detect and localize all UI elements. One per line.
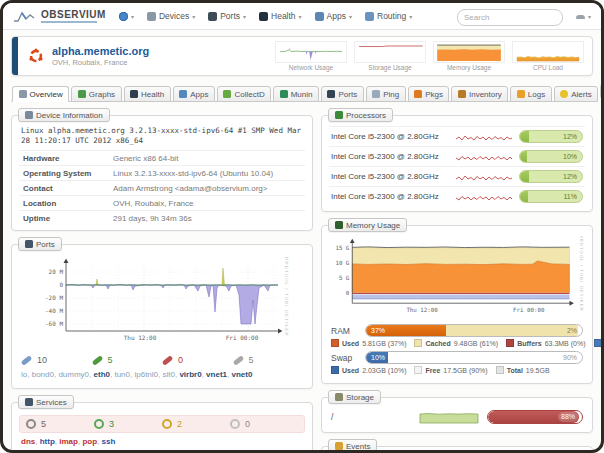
- storage-panel-icon: [335, 393, 343, 401]
- port-link[interactable]: ip6tnl0: [134, 370, 162, 379]
- tab-inventory[interactable]: Inventory: [451, 86, 508, 102]
- chevron-down-icon: ▾: [243, 13, 246, 20]
- tab-alerts[interactable]: Alerts: [554, 86, 598, 102]
- panel-title-memory[interactable]: Memory Usage: [328, 218, 407, 232]
- panel-title-services[interactable]: Services: [18, 395, 74, 409]
- menu-routing[interactable]: Routing ▾: [365, 11, 412, 21]
- menu-globe[interactable]: ▾: [119, 12, 134, 21]
- storage-usage-minigraph: [354, 41, 426, 63]
- tab-pkgs[interactable]: Pkgs: [408, 86, 450, 102]
- cpu-sparkline-graph[interactable]: [455, 171, 513, 182]
- svg-text:0: 0: [346, 290, 350, 296]
- service-count-total[interactable]: 5: [26, 419, 94, 429]
- port-link[interactable]: lo: [21, 370, 32, 379]
- minigraph-memory[interactable]: Memory Usage: [433, 41, 505, 71]
- user-menu[interactable]: ▾: [576, 13, 591, 20]
- minigraph-storage[interactable]: Storage Usage: [354, 41, 426, 71]
- cpu-usage-bar: 12%: [519, 170, 583, 183]
- menu-health[interactable]: Health ▾: [259, 11, 302, 21]
- port-count-total[interactable]: 10: [21, 355, 92, 365]
- service-count-up[interactable]: 3: [94, 419, 162, 429]
- device-information-panel: Device Information Linux alpha.memetic.o…: [11, 115, 313, 231]
- cpu-sparkline-graph[interactable]: [455, 191, 513, 202]
- tab-ports[interactable]: Ports: [321, 86, 364, 102]
- storage-sparkline-graph[interactable]: [419, 410, 479, 424]
- ports-panel: Ports: [11, 244, 313, 389]
- service-link[interactable]: dns: [21, 437, 40, 446]
- minigraph-cpu[interactable]: CPU Load: [512, 41, 584, 71]
- svg-text:15 G: 15 G: [335, 245, 349, 251]
- memory-usage-graph[interactable]: 15 G 10 G 5 G 0 Thu 12:00 Fri 00:00 RRDT…: [329, 236, 585, 320]
- panel-title-processors[interactable]: Processors: [328, 108, 393, 122]
- cpu-sparkline-graph[interactable]: [455, 151, 513, 162]
- ports-traffic-graph[interactable]: 20 M 0 -20 M -40 M -60 M Thu 12:00 Fri 0…: [19, 255, 305, 351]
- tab-munin[interactable]: Munin: [273, 86, 319, 102]
- tab-health[interactable]: Health: [124, 86, 171, 102]
- processor-row: Intel Core i5-2300 @ 2.80GHz 12%: [329, 166, 585, 186]
- mountpoint-link[interactable]: /: [331, 412, 411, 422]
- port-link[interactable]: vnet1: [206, 370, 231, 379]
- service-link[interactable]: pop: [82, 437, 101, 446]
- inventory-icon: [458, 90, 466, 98]
- service-counts-row: 5 3 2 0: [19, 415, 305, 433]
- cpu-usage-bar: 10%: [519, 150, 583, 163]
- port-count-disabled[interactable]: 5: [233, 355, 304, 365]
- service-link[interactable]: ssh: [102, 437, 116, 446]
- port-link[interactable]: bond0: [32, 370, 59, 379]
- menu-apps[interactable]: Apps ▾: [315, 11, 352, 21]
- health-tab-icon: [130, 90, 138, 98]
- brand-name: OBSERVIUM: [41, 10, 106, 20]
- menu-routing-label: Routing: [377, 11, 406, 21]
- chevron-down-icon: ▾: [299, 13, 302, 20]
- port-link[interactable]: virbr0: [179, 370, 206, 379]
- svg-text:-20 M: -20 M: [45, 294, 63, 301]
- table-row: Operating System Linux 3.2.13-xxxx-std-i…: [19, 166, 305, 181]
- device-hostname-link[interactable]: alpha.memetic.org: [52, 45, 149, 58]
- processors-panel: Processors Intel Core i5-2300 @ 2.80GHz …: [321, 115, 593, 212]
- chevron-down-icon: ▾: [192, 13, 195, 20]
- chevron-down-icon: ▾: [131, 13, 134, 20]
- tab-collectd[interactable]: CollectD: [217, 86, 271, 102]
- panel-title-ports[interactable]: Ports: [18, 237, 62, 251]
- swap-total-swatch-icon: [496, 366, 504, 374]
- service-link[interactable]: imap: [59, 437, 82, 446]
- health-icon: [259, 12, 268, 21]
- panel-title-storage[interactable]: Storage: [328, 390, 381, 404]
- panel-title-device-information[interactable]: Device Information: [18, 108, 110, 122]
- cpu-usage-bar: 11%: [519, 190, 583, 203]
- menu-devices-label: Devices: [159, 11, 189, 21]
- port-link[interactable]: eth0: [94, 370, 115, 379]
- memory-panel-icon: [335, 221, 343, 229]
- processors-panel-icon: [335, 111, 343, 119]
- buffers-swatch-icon: [506, 339, 514, 347]
- minigraph-network[interactable]: Network Usage: [275, 41, 347, 71]
- overview-icon: [19, 90, 27, 98]
- table-row: Location OVH, Roubaix, France: [19, 196, 305, 211]
- port-link[interactable]: vnet0: [231, 370, 252, 379]
- observium-logo[interactable]: OBSERVIUM: [13, 10, 106, 23]
- port-link[interactable]: tun0: [114, 370, 134, 379]
- svg-text:-40 M: -40 M: [45, 307, 63, 314]
- tab-apps[interactable]: Apps: [173, 86, 215, 102]
- refresh-button[interactable]: [600, 84, 604, 99]
- service-count-disabled[interactable]: 0: [230, 419, 298, 429]
- routing-icon: [365, 12, 374, 21]
- search-input[interactable]: [457, 9, 563, 26]
- port-count-down[interactable]: 0: [162, 355, 233, 365]
- port-plug-icon: [162, 355, 174, 366]
- panel-title-events[interactable]: Events: [328, 439, 377, 453]
- port-count-up[interactable]: 5: [92, 355, 163, 365]
- tab-overview[interactable]: Overview: [12, 86, 69, 102]
- service-link[interactable]: http: [40, 437, 60, 446]
- service-count-warning[interactable]: 2: [162, 419, 230, 429]
- tab-graphs[interactable]: Graphs: [71, 86, 121, 102]
- globe-icon: [119, 12, 128, 21]
- cpu-sparkline-graph[interactable]: [455, 131, 513, 142]
- port-link[interactable]: sit0: [163, 370, 180, 379]
- port-link[interactable]: dummy0: [58, 370, 93, 379]
- menu-ports[interactable]: Ports ▾: [208, 11, 246, 21]
- storage-panel: Storage / 88%: [321, 397, 593, 433]
- tab-ping[interactable]: Ping: [366, 86, 406, 102]
- tab-logs[interactable]: Logs: [510, 86, 551, 102]
- menu-devices[interactable]: Devices ▾: [147, 11, 195, 21]
